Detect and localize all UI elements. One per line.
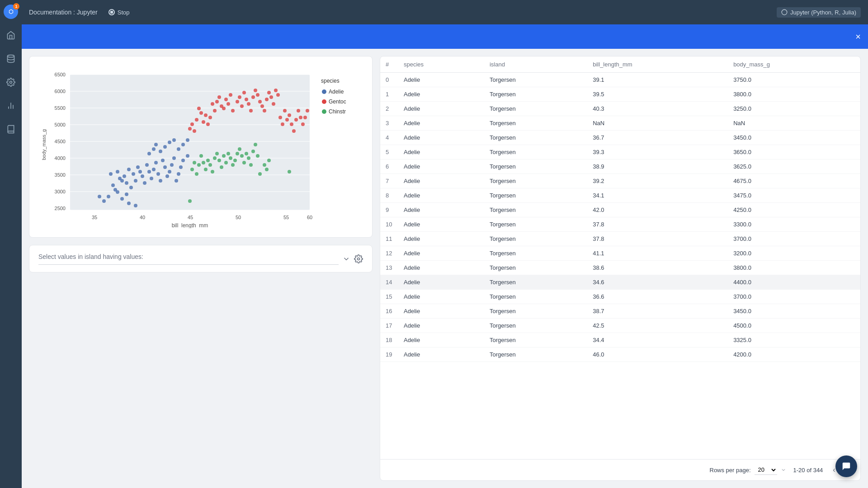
svg-point-94 [211, 102, 214, 106]
notif-close-button[interactable]: × [855, 32, 861, 41]
filter-panel: Select values in island having values: [29, 245, 373, 272]
col-header-bill-length: bill_length_mm [587, 56, 728, 73]
table-cell: 4 [380, 131, 398, 145]
svg-point-149 [217, 159, 221, 162]
svg-point-42 [107, 195, 110, 198]
table-row: 8AdelieTorgersen34.13475.0 [380, 188, 860, 203]
svg-point-160 [242, 161, 246, 164]
svg-point-153 [226, 152, 230, 155]
col-header-body-mass: body_mass_g [728, 56, 860, 73]
chat-icon [841, 461, 851, 471]
scatter-container: 6500 6000 5500 5000 4500 4000 3500 3000 … [38, 66, 363, 228]
right-panel: # species island bill_length_mm body_mas… [380, 56, 861, 481]
table-row: 5AdelieTorgersen39.33650.0 [380, 145, 860, 160]
svg-point-102 [240, 104, 244, 108]
svg-point-80 [177, 147, 180, 151]
svg-point-57 [161, 159, 165, 162]
svg-point-83 [127, 202, 131, 205]
svg-point-170 [267, 159, 271, 162]
table-row: 7AdelieTorgersen39.24675.0 [380, 174, 860, 188]
table-cell: 15 [380, 290, 398, 304]
svg-point-100 [236, 100, 239, 103]
svg-point-47 [141, 174, 144, 178]
table-cell: 18 [380, 333, 398, 347]
svg-point-103 [242, 91, 246, 94]
svg-point-166 [256, 154, 259, 158]
svg-point-119 [190, 122, 194, 126]
table-cell: Adelie [398, 232, 484, 246]
svg-point-121 [193, 129, 196, 133]
table-row: 4AdelieTorgersen36.73450.0 [380, 131, 860, 145]
svg-point-90 [199, 111, 203, 115]
svg-point-107 [251, 95, 255, 99]
table-cell: Adelie [398, 87, 484, 102]
dropdown-icon[interactable] [342, 255, 350, 263]
table-cell: 3300.0 [728, 217, 860, 232]
svg-point-169 [265, 168, 269, 171]
svg-point-155 [231, 163, 235, 167]
chat-bubble-button[interactable] [835, 455, 857, 477]
svg-text:60: 60 [307, 215, 312, 220]
kernel-badge[interactable]: Jupyter (Python, R, Julia) [777, 7, 861, 18]
svg-point-101 [238, 95, 241, 99]
table-row: 13AdelieTorgersen38.63800.0 [380, 261, 860, 275]
table-cell: Adelie [398, 347, 484, 362]
notification-badge: 1 [13, 3, 19, 9]
sidebar-item-home[interactable] [4, 28, 18, 42]
svg-point-165 [254, 143, 257, 146]
table-cell: Torgersen [484, 304, 587, 319]
sidebar-item-chart[interactable] [4, 99, 18, 113]
kernel-label: Jupyter (Python, R, Julia) [790, 9, 856, 16]
table-cell: 10 [380, 217, 398, 232]
sidebar-item-book[interactable] [4, 122, 18, 136]
sidebar: ⬡ 1 [0, 0, 22, 488]
svg-point-178 [322, 109, 326, 114]
table-cell: Torgersen [484, 290, 587, 304]
table-cell: NaN [728, 116, 860, 131]
table-cell: 1 [380, 87, 398, 102]
svg-point-67 [98, 195, 101, 198]
svg-point-159 [240, 154, 244, 158]
table-cell: 5 [380, 145, 398, 160]
svg-point-108 [254, 89, 257, 92]
svg-point-128 [285, 118, 289, 122]
table-row: 10AdelieTorgersen37.83300.0 [380, 217, 860, 232]
notification-bar: × [22, 24, 868, 49]
svg-point-91 [195, 118, 198, 122]
table-row: 14AdelieTorgersen34.64400.0 [380, 275, 860, 290]
table-cell: Adelie [398, 333, 484, 347]
table-cell: 11 [380, 232, 398, 246]
table-cell: Torgersen [484, 102, 587, 116]
svg-point-114 [267, 91, 271, 94]
svg-point-167 [258, 172, 262, 176]
table-cell: 2 [380, 102, 398, 116]
svg-point-48 [145, 163, 149, 167]
svg-point-61 [172, 156, 176, 160]
filter-row: Select values in island having values: [38, 253, 363, 265]
sidebar-item-settings[interactable] [4, 75, 18, 89]
table-row: 3AdelieTorgersenNaNNaN [380, 116, 860, 131]
table-cell: 39.1 [587, 73, 728, 87]
sidebar-item-database[interactable] [4, 52, 18, 66]
stop-button[interactable]: Stop [105, 7, 133, 18]
table-row: 15AdelieTorgersen36.63700.0 [380, 290, 860, 304]
svg-point-122 [202, 120, 205, 124]
logo[interactable]: ⬡ 1 [4, 5, 18, 19]
table-cell: Adelie [398, 261, 484, 275]
table-cell: 37.8 [587, 217, 728, 232]
svg-text:Gentoo: Gentoo [329, 99, 346, 105]
svg-point-135 [301, 122, 305, 126]
table-cell: 34.4 [587, 333, 728, 347]
table-cell: Adelie [398, 116, 484, 131]
svg-point-84 [134, 204, 137, 207]
svg-point-98 [229, 93, 232, 97]
table-cell: Torgersen [484, 160, 587, 174]
stop-icon [108, 9, 115, 15]
svg-point-45 [138, 170, 142, 174]
gear-settings-icon[interactable] [354, 254, 363, 263]
content-area: 6500 6000 5500 5000 4500 4000 3500 3000 … [22, 49, 868, 488]
table-cell: 36.7 [587, 131, 728, 145]
table-cell: 3800.0 [728, 87, 860, 102]
rows-per-page-select[interactable]: 20 50 100 [755, 465, 777, 475]
svg-point-133 [297, 109, 300, 113]
